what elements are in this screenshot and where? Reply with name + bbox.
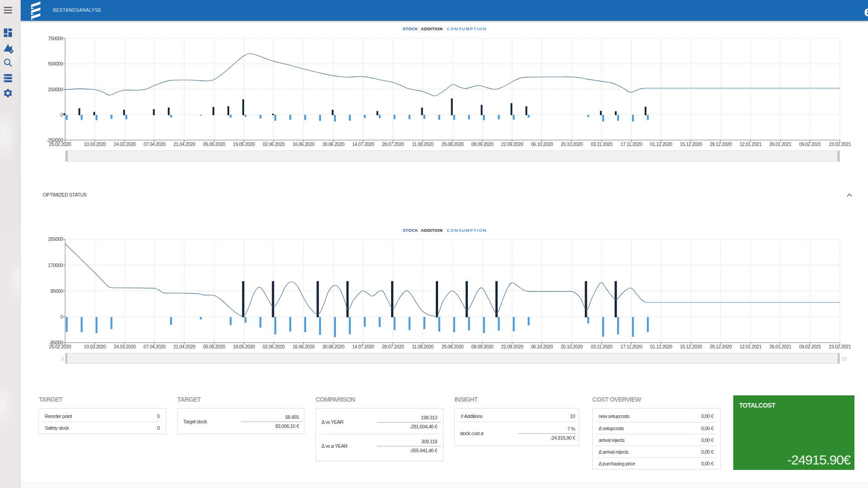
svg-text:14.07.2020: 14.07.2020 xyxy=(352,141,374,147)
svg-text:16.06.2020: 16.06.2020 xyxy=(292,344,315,349)
svg-text:25.02.2020: 25.02.2020 xyxy=(49,141,71,147)
svg-text:01.12.2020: 01.12.2020 xyxy=(650,344,672,349)
svg-text:15.12.2020: 15.12.2020 xyxy=(680,344,702,349)
svg-text:0: 0 xyxy=(61,112,63,117)
svg-text:21.04.2020: 21.04.2020 xyxy=(173,344,195,349)
svg-text:21.04.2020: 21.04.2020 xyxy=(173,141,195,147)
svg-text:22.09.2020: 22.09.2020 xyxy=(501,344,524,349)
svg-text:255000: 255000 xyxy=(48,236,63,242)
svg-text:08.09.2020: 08.09.2020 xyxy=(472,344,494,349)
svg-text:28.07.2020: 28.07.2020 xyxy=(382,344,404,349)
svg-text:ADDITION: ADDITION xyxy=(421,228,443,233)
svg-text:25.08.2020: 25.08.2020 xyxy=(442,141,464,147)
svg-text:26.01.2021: 26.01.2021 xyxy=(769,141,792,147)
svg-text:19.05.2020: 19.05.2020 xyxy=(233,141,255,147)
svg-text:17.11.2020: 17.11.2020 xyxy=(621,141,642,147)
svg-text:STOCK: STOCK xyxy=(402,26,418,31)
svg-text:07.04.2020: 07.04.2020 xyxy=(144,344,166,349)
svg-text:28.07.2020: 28.07.2020 xyxy=(382,141,404,147)
svg-text:25.02.2020: 25.02.2020 xyxy=(49,344,71,349)
svg-text:23.02.2021: 23.02.2021 xyxy=(829,141,851,147)
svg-text:15.12.2020: 15.12.2020 xyxy=(680,141,702,147)
svg-text:03.11.2020: 03.11.2020 xyxy=(591,344,613,349)
svg-text:11.08.2020: 11.08.2020 xyxy=(412,344,434,349)
svg-text:20.10.2020: 20.10.2020 xyxy=(561,141,583,147)
svg-text:06.10.2020: 06.10.2020 xyxy=(531,344,553,349)
svg-text:CONSUMPTION: CONSUMPTION xyxy=(447,26,487,31)
svg-text:05.05.2020: 05.05.2020 xyxy=(203,344,225,349)
svg-text:07.04.2020: 07.04.2020 xyxy=(144,141,166,147)
svg-text:10.03.2020: 10.03.2020 xyxy=(84,344,106,349)
svg-text:25.08.2020: 25.08.2020 xyxy=(442,344,464,349)
svg-text:29.12.2020: 29.12.2020 xyxy=(710,344,732,349)
svg-text:02.06.2020: 02.06.2020 xyxy=(263,141,285,147)
svg-text:12.01.2021: 12.01.2021 xyxy=(740,344,762,349)
svg-text:ADDITION: ADDITION xyxy=(421,26,443,31)
svg-text:16.06.2020: 16.06.2020 xyxy=(292,141,315,147)
svg-text:24.03.2020: 24.03.2020 xyxy=(114,141,136,147)
svg-text:09.02.2021: 09.02.2021 xyxy=(799,344,821,349)
svg-text:250000: 250000 xyxy=(48,87,63,92)
svg-text:STOCK: STOCK xyxy=(402,228,418,233)
svg-text:22.09.2020: 22.09.2020 xyxy=(501,141,524,147)
svg-text:05.05.2020: 05.05.2020 xyxy=(203,141,225,147)
svg-text:08.09.2020: 08.09.2020 xyxy=(472,141,494,147)
svg-text:17.11.2020: 17.11.2020 xyxy=(621,344,642,349)
svg-text:19.05.2020: 19.05.2020 xyxy=(233,344,255,349)
svg-text:02.06.2020: 02.06.2020 xyxy=(263,344,285,349)
svg-text:CONSUMPTION: CONSUMPTION xyxy=(447,228,487,233)
svg-text:500000: 500000 xyxy=(48,61,63,66)
svg-text:14.07.2020: 14.07.2020 xyxy=(352,344,374,349)
svg-text:12.01.2021: 12.01.2021 xyxy=(740,141,762,147)
svg-text:24.03.2020: 24.03.2020 xyxy=(114,344,136,349)
svg-text:30.06.2020: 30.06.2020 xyxy=(322,344,344,349)
svg-text:26.01.2021: 26.01.2021 xyxy=(769,344,792,349)
svg-text:10.03.2020: 10.03.2020 xyxy=(84,141,106,147)
svg-text:750000: 750000 xyxy=(48,36,63,41)
svg-text:03.11.2020: 03.11.2020 xyxy=(591,141,613,147)
svg-text:0: 0 xyxy=(61,314,63,319)
svg-text:29.12.2020: 29.12.2020 xyxy=(710,141,732,147)
svg-text:11.08.2020: 11.08.2020 xyxy=(412,141,434,147)
svg-text:170000: 170000 xyxy=(48,263,63,268)
svg-text:06.10.2020: 06.10.2020 xyxy=(531,141,553,147)
svg-text:85000: 85000 xyxy=(51,288,63,294)
svg-text:09.02.2021: 09.02.2021 xyxy=(799,141,821,147)
svg-text:30.06.2020: 30.06.2020 xyxy=(322,141,344,147)
svg-text:20.10.2020: 20.10.2020 xyxy=(561,344,583,349)
svg-text:01.12.2020: 01.12.2020 xyxy=(650,141,672,147)
svg-text:23.02.2021: 23.02.2021 xyxy=(829,344,851,349)
